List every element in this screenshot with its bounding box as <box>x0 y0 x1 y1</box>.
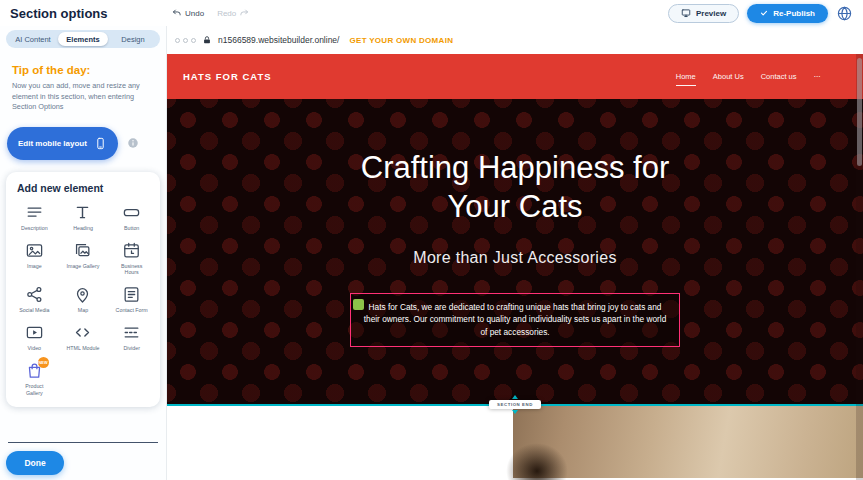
element-item-map[interactable]: Map <box>60 285 107 314</box>
add-element-panel: Add new element Description Heading Butt… <box>6 172 160 407</box>
element-item-html-module[interactable]: HTML Module <box>60 323 107 352</box>
redo-icon <box>239 8 249 18</box>
preview-label: Preview <box>696 9 726 18</box>
nav-about-us[interactable]: About Us <box>713 72 744 81</box>
preview-pane: n1566589.websitebuilder.online/ GET YOUR… <box>166 26 863 480</box>
tip-body: Now you can add, move and resize any ele… <box>12 81 154 113</box>
resize-down-arrow-icon <box>512 410 518 414</box>
globe-icon[interactable] <box>836 5 853 22</box>
next-section[interactable] <box>167 406 863 478</box>
topbar: Section options Undo Redo Preview Re-Pub… <box>0 0 863 26</box>
video-icon <box>25 323 44 342</box>
new-badge: NEW <box>38 357 49 368</box>
info-icon[interactable] <box>127 137 139 149</box>
heading-icon <box>73 203 92 222</box>
site-url[interactable]: n1566589.websitebuilder.online/ <box>218 35 339 45</box>
undo-button[interactable]: Undo <box>172 8 204 18</box>
map-icon <box>73 285 92 304</box>
phone-icon <box>94 137 107 150</box>
element-item-image[interactable]: Image <box>11 241 58 277</box>
app: Section options Undo Redo Preview Re-Pub… <box>0 0 863 480</box>
scrollbar[interactable] <box>856 54 863 480</box>
tab-ai-content[interactable]: AI Content <box>8 32 58 46</box>
html-module-icon <box>73 323 92 342</box>
element-item-button[interactable]: Button <box>108 203 155 232</box>
element-item-contact-form[interactable]: Contact Form <box>108 285 155 314</box>
hero-body-text: Hats for Cats, we are dedicated to craft… <box>362 301 668 340</box>
next-section-image[interactable] <box>513 406 863 478</box>
page-title: Section options <box>10 6 108 21</box>
element-item-video[interactable]: Video <box>11 323 58 352</box>
element-item-divider[interactable]: Divider <box>108 323 155 352</box>
site-nav: HomeAbout UsContact us⋯ <box>676 72 847 81</box>
preview-button[interactable]: Preview <box>668 4 739 23</box>
hero-subtitle[interactable]: More than Just Accessories <box>413 249 616 267</box>
sidebar-spacer <box>6 407 160 442</box>
lock-icon <box>202 35 212 45</box>
republish-button[interactable]: Re-Publish <box>747 4 828 23</box>
edit-mobile-label: Edit mobile layout <box>18 139 87 148</box>
image-icon <box>25 241 44 260</box>
monitor-icon <box>681 8 691 18</box>
element-grid: Description Heading Button Image Image G… <box>11 203 155 397</box>
undo-label: Undo <box>185 9 204 18</box>
topbar-actions: Preview Re-Publish <box>668 4 853 23</box>
description-icon <box>25 203 44 222</box>
redo-label: Redo <box>217 9 236 18</box>
site-header[interactable]: HATS FOR CATS HomeAbout UsContact us⋯ <box>167 54 863 99</box>
scrollbar-thumb[interactable] <box>857 58 862 166</box>
element-item-heading[interactable]: Heading <box>60 203 107 232</box>
undo-icon <box>172 8 182 18</box>
divider-icon <box>122 323 141 342</box>
edit-mobile-row: Edit mobile layout <box>7 127 160 160</box>
hero-section[interactable]: Crafting Happiness for Your Cats More th… <box>167 99 863 406</box>
element-item-image-gallery[interactable]: Image Gallery <box>60 241 107 277</box>
headline-line-2: Your Cats <box>361 188 669 227</box>
button-icon <box>122 203 141 222</box>
get-domain-link[interactable]: GET YOUR OWN DOMAIN <box>349 36 453 45</box>
site-logo[interactable]: HATS FOR CATS <box>183 71 272 82</box>
site-canvas: HATS FOR CATS HomeAbout UsContact us⋯ Cr… <box>167 54 863 480</box>
nav-contact-us[interactable]: Contact us <box>761 72 797 81</box>
done-button[interactable]: Done <box>6 451 64 475</box>
window-dots <box>175 38 196 43</box>
section-resize-handle[interactable]: SECTION END <box>489 395 541 414</box>
image-gallery-icon <box>73 241 92 260</box>
add-panel-title: Add new element <box>17 182 155 194</box>
sidebar-tabs: AI Content Elements Design <box>6 30 160 48</box>
section-end-label: SECTION END <box>489 400 541 409</box>
contact-form-icon <box>122 285 141 304</box>
check-icon <box>760 9 768 17</box>
element-item-description[interactable]: Description <box>11 203 58 232</box>
headline-line-1: Crafting Happiness for <box>361 149 669 188</box>
redo-button[interactable]: Redo <box>217 8 249 18</box>
hero-headline[interactable]: Crafting Happiness for Your Cats <box>361 149 669 227</box>
history-controls: Undo Redo <box>172 8 249 18</box>
tab-design[interactable]: Design <box>108 32 158 46</box>
element-item-business-hours[interactable]: Business Hours <box>108 241 155 277</box>
element-item-social-media[interactable]: Social Media <box>11 285 58 314</box>
sidebar-divider <box>8 442 158 443</box>
address-bar: n1566589.websitebuilder.online/ GET YOUR… <box>167 26 863 54</box>
tip-heading: Tip of the day: <box>12 64 154 76</box>
nav-home[interactable]: Home <box>676 72 696 81</box>
element-item-product-gallery[interactable]: Product Gallery NEW <box>11 361 58 397</box>
business-hours-icon <box>122 241 141 260</box>
nav-more[interactable]: ⋯ <box>814 72 822 81</box>
sidebar: AI Content Elements Design Tip of the da… <box>0 26 166 480</box>
resize-up-arrow-icon <box>512 395 518 399</box>
tab-elements[interactable]: Elements <box>58 32 108 46</box>
edit-mobile-layout-button[interactable]: Edit mobile layout <box>7 127 118 160</box>
social-media-icon <box>25 285 44 304</box>
republish-label: Re-Publish <box>773 9 815 18</box>
text-element-handle-icon[interactable] <box>353 299 364 310</box>
hero-text-element[interactable]: Hats for Cats, we are dedicated to craft… <box>350 293 680 348</box>
